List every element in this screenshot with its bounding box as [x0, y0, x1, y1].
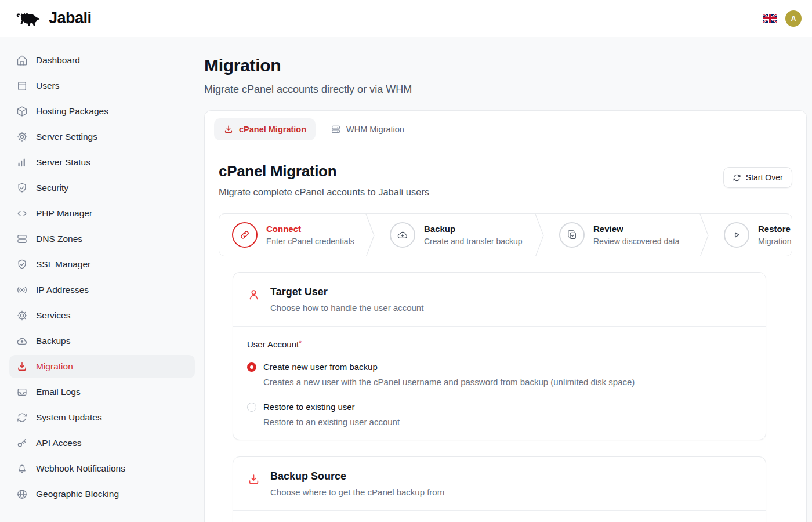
- radio-unselected-icon[interactable]: [247, 403, 256, 412]
- top-bar: Jabali A: [0, 0, 812, 37]
- step-title: Restore: [758, 224, 792, 234]
- card-title: Target User: [270, 286, 423, 298]
- tab-label: WHM Migration: [346, 125, 404, 134]
- sidebar-item-php-manager[interactable]: PHP Manager: [9, 202, 195, 225]
- step-title: Review: [593, 224, 680, 234]
- step-restore: Restore Migration: [711, 214, 792, 256]
- sidebar-item-label: System Updates: [36, 412, 102, 423]
- step-subtitle: Enter cPanel credentials: [266, 237, 354, 246]
- sidebar-item-ip-addresses[interactable]: IP Addresses: [9, 278, 195, 302]
- sidebar-item-api-access[interactable]: API Access: [9, 432, 195, 455]
- sidebar-item-label: API Access: [36, 438, 81, 448]
- gear-icon: [16, 310, 28, 321]
- download-icon: [247, 473, 260, 486]
- tab-bar: cPanel Migration WHM Migration: [205, 111, 806, 148]
- download-icon: [16, 361, 28, 372]
- sidebar-item-label: Users: [36, 81, 59, 91]
- step-title: Backup: [424, 224, 523, 234]
- card-subtitle: Choose how to handle the user account: [270, 303, 423, 313]
- cloud-upload-icon: [16, 335, 28, 347]
- sidebar-item-dashboard[interactable]: Dashboard: [9, 49, 195, 72]
- step-separator: [699, 214, 711, 256]
- sidebar-item-label: Backups: [36, 336, 70, 346]
- sidebar-item-server-status[interactable]: Server Status: [9, 151, 195, 174]
- sidebar-item-label: PHP Manager: [36, 208, 92, 219]
- sidebar-item-migration[interactable]: Migration: [9, 355, 195, 378]
- migration-panel: cPanel Migration WHM Migration cPanel Mi…: [204, 110, 807, 522]
- brand-logo[interactable]: Jabali: [15, 9, 92, 28]
- radio-create-new-user[interactable]: Create new user from backup: [247, 362, 752, 372]
- migration-stepper: Connect Enter cPanel credentials Backup …: [219, 213, 792, 256]
- sidebar-item-system-updates[interactable]: System Updates: [9, 406, 195, 429]
- card-title: Backup Source: [270, 470, 444, 483]
- backup-source-body: [233, 511, 766, 522]
- backup-source-card: Backup Source Choose where to get the cP…: [233, 456, 766, 522]
- sidebar-item-hosting-packages[interactable]: Hosting Packages: [9, 100, 195, 123]
- sidebar-item-label: Geographic Blocking: [36, 489, 119, 499]
- section-subtitle: Migrate complete cPanel accounts to Jaba…: [219, 187, 429, 198]
- sidebar-item-security[interactable]: Security: [9, 176, 195, 200]
- sidebar-item-label: DNS Zones: [36, 234, 82, 244]
- step-separator: [535, 214, 546, 256]
- page-subtitle: Migrate cPanel accounts directly or via …: [204, 84, 807, 96]
- tab-cpanel-migration[interactable]: cPanel Migration: [214, 118, 316, 140]
- inbox-icon: [16, 386, 28, 398]
- boar-logo-icon: [15, 9, 43, 28]
- tab-whm-migration[interactable]: WHM Migration: [321, 118, 414, 140]
- option-label: Restore to existing user: [263, 402, 355, 412]
- shield-check-icon: [16, 259, 28, 270]
- sidebar-item-label: Server Status: [36, 157, 90, 168]
- play-icon: [731, 229, 742, 241]
- target-user-card: Target User Choose how to handle the use…: [233, 272, 766, 440]
- sidebar-item-backups[interactable]: Backups: [9, 329, 195, 353]
- sidebar-item-label: Webhook Notifications: [36, 463, 125, 474]
- broadcast-icon: [16, 284, 28, 296]
- sidebar-item-geographic-blocking[interactable]: Geographic Blocking: [9, 483, 195, 506]
- step-connect: Connect Enter cPanel credentials: [219, 214, 365, 256]
- sidebar-item-server-settings[interactable]: Server Settings: [9, 125, 195, 148]
- step-circle: [724, 222, 749, 248]
- sidebar-item-label: IP Addresses: [36, 285, 89, 295]
- start-over-button[interactable]: Start Over: [723, 167, 792, 188]
- sidebar-item-label: SSL Manager: [36, 259, 90, 270]
- page-title: Migration: [204, 56, 807, 75]
- sidebar-item-webhook-notifications[interactable]: Webhook Notifications: [9, 457, 195, 480]
- step-subtitle: Review discovered data: [593, 237, 680, 246]
- globe-icon: [16, 488, 28, 500]
- step-circle: [390, 222, 415, 248]
- bell-icon: [16, 463, 28, 474]
- refresh-icon: [733, 173, 741, 182]
- sidebar-item-dns-zones[interactable]: DNS Zones: [9, 227, 195, 251]
- gear-icon: [16, 131, 28, 143]
- main-content: Migration Migrate cPanel accounts direct…: [204, 37, 812, 522]
- brand-name: Jabali: [49, 9, 92, 27]
- sidebar-item-label: Server Settings: [36, 132, 97, 142]
- sidebar-item-email-logs[interactable]: Email Logs: [9, 380, 195, 404]
- server-icon: [16, 233, 28, 245]
- sidebar-item-label: Services: [36, 310, 70, 321]
- archive-icon: [16, 80, 28, 92]
- refresh-icon: [16, 412, 28, 423]
- radio-restore-existing-user[interactable]: Restore to existing user: [247, 402, 752, 412]
- tab-label: cPanel Migration: [239, 125, 306, 134]
- sidebar-item-users[interactable]: Users: [9, 74, 195, 97]
- card-subtitle: Choose where to get the cPanel backup fr…: [270, 487, 444, 497]
- uk-flag-icon[interactable]: [763, 13, 777, 23]
- avatar[interactable]: A: [785, 10, 802, 27]
- sidebar: Dashboard Users Hosting Packages Server …: [0, 37, 204, 522]
- sidebar-item-ssl-manager[interactable]: SSL Manager: [9, 253, 195, 276]
- section-title: cPanel Migration: [219, 162, 429, 180]
- code-icon: [16, 208, 28, 219]
- link-icon: [239, 229, 251, 241]
- step-backup: Backup Create and transfer backup: [377, 214, 535, 256]
- package-icon: [16, 106, 28, 117]
- person-icon: [247, 288, 260, 302]
- clipboard-check-icon: [566, 229, 578, 241]
- step-subtitle: Migration: [758, 237, 792, 246]
- home-icon: [16, 55, 28, 66]
- step-review: Review Review discovered data: [546, 214, 699, 256]
- sidebar-item-services[interactable]: Services: [9, 304, 195, 327]
- radio-selected-icon[interactable]: [247, 362, 256, 372]
- sidebar-item-label: Email Logs: [36, 387, 81, 397]
- step-title: Connect: [266, 224, 354, 234]
